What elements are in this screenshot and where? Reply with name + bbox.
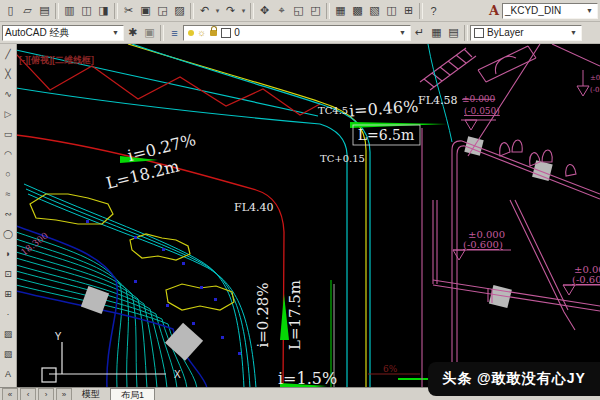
slope-label-3: i=0.28% xyxy=(254,282,272,347)
gradient-tool-icon[interactable]: ▧ xyxy=(1,344,16,364)
text-style-icon[interactable]: A xyxy=(486,3,502,18)
construction-line-tool-icon[interactable]: ╳ xyxy=(1,64,16,84)
polyline-tool-icon[interactable]: ∿ xyxy=(1,84,16,104)
toolbar-separator xyxy=(326,3,330,19)
pan-icon[interactable]: ✥ xyxy=(256,2,273,19)
plot-preview-icon[interactable]: ◫ xyxy=(78,2,95,19)
publish-icon[interactable]: ◨ xyxy=(95,2,112,19)
fl-label-1: FL4.58 xyxy=(418,94,457,107)
level-text-a2: (-0.050) xyxy=(464,106,500,116)
help-icon[interactable]: ? xyxy=(425,2,442,19)
make-block-tool-icon[interactable]: ⊞ xyxy=(1,284,16,304)
hatched-structure xyxy=(420,48,476,90)
open-icon[interactable]: ▱ xyxy=(19,2,36,19)
save-workspace-icon[interactable]: ▣ xyxy=(141,24,158,41)
layer-properties-icon[interactable]: ≡ xyxy=(166,24,183,41)
zoom-window-icon[interactable]: ◱ xyxy=(290,2,307,19)
chevron-down-icon[interactable]: ▼ xyxy=(584,7,595,14)
circle-tool-icon[interactable]: ○ xyxy=(1,164,16,184)
spline-tool-icon[interactable]: ∾ xyxy=(1,204,16,224)
hatched-road-band xyxy=(16,232,197,388)
tool-palettes-icon[interactable]: ▧ xyxy=(366,2,383,19)
watermark-text: 头条 @敢敢没有心JY xyxy=(442,370,586,388)
slope-label-6: 6% xyxy=(383,364,398,374)
layer-thaw-sun-icon[interactable]: ☼ xyxy=(197,27,206,38)
point-tool-icon[interactable]: · xyxy=(1,304,16,324)
paste-icon[interactable]: ◲ xyxy=(154,2,171,19)
tab-layout1[interactable]: 布局1 xyxy=(110,388,155,400)
autocad-window: ▯ ▱ ▤ ▥ ◫ ◨ ✂ ▣ ◲ ▨ ↶ ▾ ↷ ▾ ✥ ⌖ ◱ ◰ ▦ ▩ … xyxy=(0,0,600,400)
designcenter-icon[interactable]: ▩ xyxy=(349,2,366,19)
sheet-set-manager-icon[interactable]: ◫ xyxy=(383,2,400,19)
redo-dropdown-arrow[interactable]: ▾ xyxy=(239,2,248,19)
ellipse-arc-tool-icon[interactable]: ◗ xyxy=(1,244,16,264)
layer-on-bulb-icon[interactable] xyxy=(188,30,194,36)
chevron-down-icon[interactable]: ▼ xyxy=(110,29,121,36)
match-properties-icon[interactable]: ▨ xyxy=(171,2,188,19)
make-object-layer-current-icon[interactable]: ↵ xyxy=(411,24,428,41)
text-style-dropdown[interactable]: _KCYD_DIN ▼ xyxy=(502,3,598,19)
toolbar-separator xyxy=(250,3,254,19)
viewport-controls-label[interactable]: [-][俯视][二维线框] xyxy=(19,54,94,67)
point-markers xyxy=(86,220,241,355)
copy-icon[interactable]: ▣ xyxy=(137,2,154,19)
tab-model[interactable]: 模型 xyxy=(72,388,110,400)
previous-layout-button[interactable]: ‹ xyxy=(20,388,36,400)
properties-palette-icon[interactable]: ▦ xyxy=(332,2,349,19)
ellipse-tool-icon[interactable]: ◯ xyxy=(1,224,16,244)
chevron-down-icon[interactable]: ▼ xyxy=(568,29,579,36)
workspace-dropdown[interactable]: AutoCAD 经典 ▼ xyxy=(2,25,124,41)
workspace-settings-icon[interactable]: ✱ xyxy=(124,24,141,41)
level-text-b2: (-0.600) xyxy=(463,239,503,250)
toolbar-separator xyxy=(419,3,423,19)
layer-lock-icon[interactable] xyxy=(210,30,217,36)
toolbar-separator xyxy=(55,3,59,19)
next-layout-button[interactable]: › xyxy=(38,388,54,400)
line-tool-icon[interactable]: ╱ xyxy=(1,44,16,64)
save-icon[interactable]: ▤ xyxy=(36,2,53,19)
first-layout-button[interactable]: « xyxy=(2,388,18,400)
layer-dropdown[interactable]: ☼ 0 ▼ xyxy=(183,25,411,41)
plot-icon[interactable]: ▥ xyxy=(61,2,78,19)
kerb-edge-lines xyxy=(24,184,256,388)
draw-toolbar: ╱ ╳ ∿ ▷ ▭ ◠ ○ ≈ ∾ ◯ ◗ ⊡ ⊞ · ▨ ▧ A xyxy=(0,44,17,388)
watermark-badge: 头条 @敢敢没有心JY xyxy=(428,362,600,396)
color-swatch xyxy=(474,28,484,38)
gate-petals xyxy=(500,140,522,156)
level-flag-d xyxy=(577,70,589,96)
zoom-previous-icon[interactable]: ◰ xyxy=(307,2,324,19)
tc-label-1: TC4.5 xyxy=(318,105,348,116)
rectangle-tool-icon[interactable]: ▭ xyxy=(1,124,16,144)
chevron-down-icon[interactable]: ▼ xyxy=(397,29,408,36)
redo-icon[interactable]: ↷ xyxy=(222,2,239,19)
hatch-tool-icon[interactable]: ▨ xyxy=(1,324,16,344)
level-text-d1: ±0. xyxy=(590,74,600,82)
arc-tool-icon[interactable]: ◠ xyxy=(1,144,16,164)
layer-states-icon[interactable]: ▦ xyxy=(428,24,445,41)
undo-icon[interactable]: ↶ xyxy=(196,2,213,19)
polygon-tool-icon[interactable]: ▷ xyxy=(1,104,16,124)
tc-label-2: TC+0.15 xyxy=(320,153,365,164)
toolbar-separator xyxy=(464,25,468,41)
cut-icon[interactable]: ✂ xyxy=(120,2,137,19)
ucs-origin-box xyxy=(42,368,56,382)
zoom-realtime-icon[interactable]: ⌖ xyxy=(273,2,290,19)
standard-toolbar: ▯ ▱ ▤ ▥ ◫ ◨ ✂ ▣ ◲ ▨ ↶ ▾ ↷ ▾ ✥ ⌖ ◱ ◰ ▦ ▩ … xyxy=(0,0,600,22)
insert-block-tool-icon[interactable]: ⊡ xyxy=(1,264,16,284)
level-text-d2: (-0. xyxy=(590,86,600,94)
workspace-layer-toolbar: AutoCAD 经典 ▼ ✱ ▣ ≡ ☼ 0 ▼ ↵ ▦ ▤ ByLayer ▼ xyxy=(0,22,600,44)
workspace-value: AutoCAD 经典 xyxy=(5,26,69,40)
last-layout-button[interactable]: » xyxy=(56,388,72,400)
color-control-dropdown[interactable]: ByLayer ▼ xyxy=(470,25,582,41)
revcloud-tool-icon[interactable]: ≈ xyxy=(1,184,16,204)
toolbar-separator xyxy=(190,3,194,19)
mtext-tool-icon[interactable]: A xyxy=(1,364,16,384)
ucs-x-label: X xyxy=(174,369,181,380)
toolbar-separator xyxy=(114,3,118,19)
quickcalc-icon[interactable]: ⊞ xyxy=(400,2,417,19)
drawing-canvas[interactable]: [-][俯视][二维线框] xyxy=(16,44,600,388)
undo-dropdown-arrow[interactable]: ▾ xyxy=(213,2,222,19)
level-text-c2: (-0.60 xyxy=(572,274,600,285)
new-icon[interactable]: ▯ xyxy=(2,2,19,19)
layer-previous-icon[interactable]: ▤ xyxy=(445,24,462,41)
